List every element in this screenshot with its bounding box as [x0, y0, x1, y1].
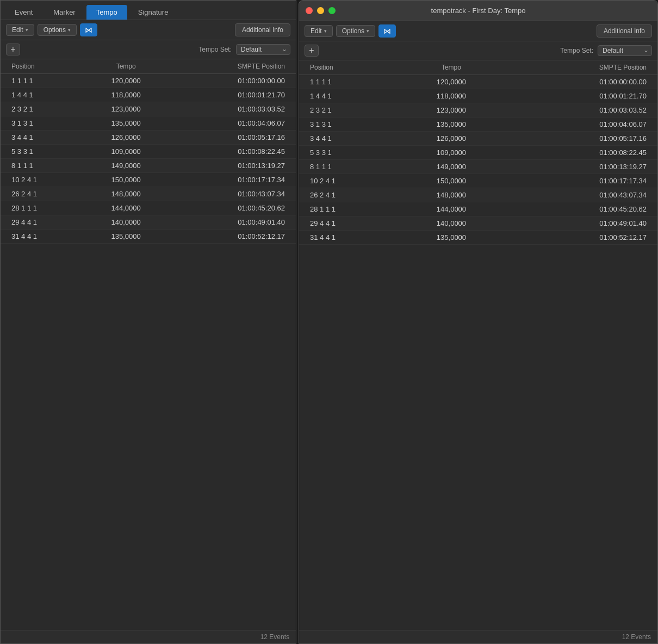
edit-chevron-left: ▾ [26, 27, 28, 33]
cell-smpte: 01:00:45:20.62 [501, 202, 657, 216]
cell-tempo: 126,0000 [85, 131, 167, 145]
table-row[interactable]: 1 4 4 1 118,0000 01:00:01:21.70 [1, 88, 296, 102]
additional-info-button-left[interactable]: Additional Info [235, 23, 290, 36]
cell-position: 1 4 4 1 [1, 88, 85, 102]
cell-tempo: 120,0000 [402, 75, 501, 89]
cell-tempo: 135,0000 [85, 230, 167, 244]
cell-smpte: 01:00:03:03.52 [501, 103, 657, 117]
options-button-left[interactable]: Options ▾ [38, 24, 77, 36]
cell-position: 26 2 4 1 [299, 188, 402, 202]
cell-smpte: 01:00:43:07.34 [167, 187, 296, 201]
table-body-left: 1 1 1 1 120,0000 01:00:00:00.00 1 4 4 1 … [1, 74, 296, 244]
table-row[interactable]: 3 1 3 1 135,0000 01:00:04:06.07 [1, 116, 296, 131]
col-position-left: Position [1, 59, 85, 74]
table-row[interactable]: 28 1 1 1 144,0000 01:00:45:20.62 [1, 201, 296, 215]
cell-position: 28 1 1 1 [1, 201, 85, 215]
cell-smpte: 01:00:00:00.00 [167, 74, 296, 88]
options-button-right[interactable]: Options ▾ [336, 25, 375, 37]
table-row[interactable]: 31 4 4 1 135,0000 01:00:52:12.17 [299, 231, 657, 245]
cell-tempo: 135,0000 [402, 117, 501, 132]
tab-marker-left[interactable]: Marker [44, 5, 85, 20]
tempo-set-select-right[interactable]: Default [598, 45, 652, 56]
table-row[interactable]: 2 3 2 1 123,0000 01:00:03:03.52 [299, 103, 657, 117]
maximize-button[interactable] [328, 7, 336, 14]
cell-smpte: 01:00:03:03.52 [167, 102, 296, 116]
table-row[interactable]: 26 2 4 1 148,0000 01:00:43:07.34 [1, 187, 296, 201]
cell-position: 10 2 4 1 [299, 174, 402, 188]
cell-smpte: 01:00:17:17.34 [501, 174, 657, 188]
edit-button-left[interactable]: Edit ▾ [6, 24, 34, 36]
add-button-right[interactable]: + [305, 45, 319, 57]
cell-position: 31 4 4 1 [1, 230, 85, 244]
cell-smpte: 01:00:17:17.34 [167, 173, 296, 187]
cell-position: 5 3 3 1 [1, 145, 85, 159]
options-label-right: Options [342, 27, 364, 35]
cell-smpte: 01:00:49:01.40 [167, 215, 296, 230]
options-chevron-left: ▾ [68, 27, 71, 33]
table-row[interactable]: 10 2 4 1 150,0000 01:00:17:17.34 [299, 174, 657, 188]
footer-left: 12 Events [1, 630, 296, 643]
table-row[interactable]: 3 4 4 1 126,0000 01:00:05:17.16 [299, 132, 657, 146]
tab-signature-left[interactable]: Signature [128, 5, 178, 20]
table-row[interactable]: 29 4 4 1 140,0000 01:00:49:01.40 [299, 216, 657, 231]
cell-smpte: 01:00:49:01.40 [501, 216, 657, 231]
table-row[interactable]: 10 2 4 1 150,0000 01:00:17:17.34 [1, 173, 296, 187]
table-header-left: Position Tempo SMPTE Position [1, 59, 296, 74]
tab-tempo-left[interactable]: Tempo [86, 5, 127, 20]
tab-bar-left: Event Marker Tempo Signature [1, 1, 296, 20]
cell-smpte: 01:00:52:12.17 [501, 231, 657, 245]
table-row[interactable]: 3 4 4 1 126,0000 01:00:05:17.16 [1, 131, 296, 145]
table-row[interactable]: 8 1 1 1 149,0000 01:00:13:19.27 [1, 159, 296, 173]
cell-tempo: 150,0000 [85, 173, 167, 187]
filter-button-right[interactable]: ⋈ [378, 24, 396, 38]
window-controls [306, 7, 336, 14]
minimize-button[interactable] [317, 7, 324, 14]
close-button[interactable] [306, 7, 313, 14]
tab-event-left[interactable]: Event [5, 5, 42, 20]
table-row[interactable]: 8 1 1 1 149,0000 01:00:13:19.27 [299, 160, 657, 174]
table-row[interactable]: 28 1 1 1 144,0000 01:00:45:20.62 [299, 202, 657, 216]
cell-smpte: 01:00:01:21.70 [167, 88, 296, 102]
table-row[interactable]: 5 3 3 1 109,0000 01:00:08:22.45 [1, 145, 296, 159]
col-smpte-left: SMPTE Position [167, 59, 296, 74]
table-row[interactable]: 2 3 2 1 123,0000 01:00:03:03.52 [1, 102, 296, 116]
table-row[interactable]: 5 3 3 1 109,0000 01:00:08:22.45 [299, 146, 657, 160]
cell-position: 3 4 4 1 [299, 132, 402, 146]
table-row[interactable]: 26 2 4 1 148,0000 01:00:43:07.34 [299, 188, 657, 202]
table-container-right: Position Tempo SMPTE Position 1 1 1 1 12… [299, 60, 657, 630]
cell-tempo: 149,0000 [85, 159, 167, 173]
tempo-set-row-right: + Tempo Set: Default [299, 41, 657, 60]
col-position-right: Position [299, 60, 402, 75]
cell-position: 8 1 1 1 [1, 159, 85, 173]
col-tempo-right: Tempo [402, 60, 501, 75]
tempo-set-select-wrapper-left: Default [236, 44, 290, 55]
add-button-left[interactable]: + [6, 44, 20, 55]
event-count-right: 12 Events [622, 633, 651, 641]
tempo-set-select-left[interactable]: Default [236, 44, 290, 55]
tempo-set-label-right: Tempo Set: [560, 47, 593, 54]
cell-position: 3 4 4 1 [1, 131, 85, 145]
cell-position: 29 4 4 1 [299, 216, 402, 231]
tempo-set-row-left: + Tempo Set: Default [1, 40, 296, 59]
tempo-table-right: Position Tempo SMPTE Position 1 1 1 1 12… [299, 60, 657, 245]
table-row[interactable]: 31 4 4 1 135,0000 01:00:52:12.17 [1, 230, 296, 244]
cell-tempo: 149,0000 [402, 160, 501, 174]
edit-button-right[interactable]: Edit ▾ [305, 25, 333, 37]
table-row[interactable]: 29 4 4 1 140,0000 01:00:49:01.40 [1, 215, 296, 230]
cell-tempo: 109,0000 [402, 146, 501, 160]
cell-smpte: 01:00:45:20.62 [167, 201, 296, 215]
table-row[interactable]: 1 1 1 1 120,0000 01:00:00:00.00 [1, 74, 296, 88]
cell-position: 31 4 4 1 [299, 231, 402, 245]
table-row[interactable]: 1 1 1 1 120,0000 01:00:00:00.00 [299, 75, 657, 89]
cell-position: 26 2 4 1 [1, 187, 85, 201]
table-row[interactable]: 3 1 3 1 135,0000 01:00:04:06.07 [299, 117, 657, 132]
table-row[interactable]: 1 4 4 1 118,0000 01:00:01:21.70 [299, 89, 657, 103]
additional-info-button-right[interactable]: Additional Info [597, 24, 652, 38]
table-container-left: Position Tempo SMPTE Position 1 1 1 1 12… [1, 59, 296, 630]
cell-smpte: 01:00:13:19.27 [167, 159, 296, 173]
cell-tempo: 123,0000 [85, 102, 167, 116]
filter-button-left[interactable]: ⋈ [80, 23, 97, 36]
col-smpte-right: SMPTE Position [501, 60, 657, 75]
cell-tempo: 126,0000 [402, 132, 501, 146]
cell-position: 28 1 1 1 [299, 202, 402, 216]
